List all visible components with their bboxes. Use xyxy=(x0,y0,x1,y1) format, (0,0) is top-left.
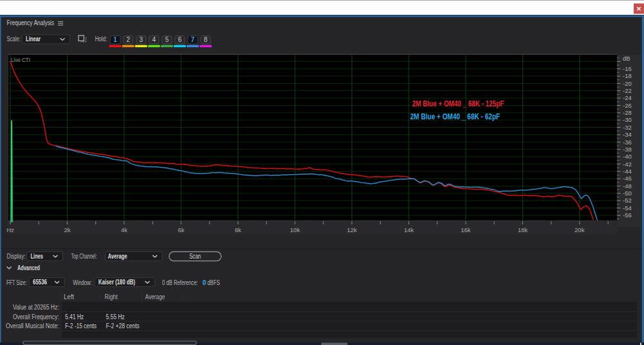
svg-text:Frequency Analysis: Frequency Analysis xyxy=(7,19,55,26)
svg-text:Average: Average xyxy=(146,293,166,301)
svg-text:F-2 +28 cents: F-2 +28 cents xyxy=(106,322,140,330)
svg-text:6: 6 xyxy=(178,36,182,43)
svg-text:Advanced: Advanced xyxy=(17,264,40,271)
svg-text:✕: ✕ xyxy=(636,5,641,12)
svg-text:-44: -44 xyxy=(623,168,632,175)
svg-text:Scan: Scan xyxy=(189,253,201,260)
svg-text:-40: -40 xyxy=(623,153,632,160)
svg-text:Average: Average xyxy=(108,253,128,260)
svg-text:2M Blue + OM40 _ 68K - 125pF: 2M Blue + OM40 _ 68K - 125pF xyxy=(412,99,504,108)
svg-text:-32: -32 xyxy=(623,124,632,131)
svg-text:-52: -52 xyxy=(623,197,632,204)
svg-text:dBFS: dBFS xyxy=(207,279,220,286)
svg-text:F-2 -15 cents: F-2 -15 cents xyxy=(65,322,97,330)
svg-text:Top Channel:: Top Channel: xyxy=(71,253,97,260)
svg-text:3: 3 xyxy=(139,36,143,43)
svg-text:Lines: Lines xyxy=(31,253,44,260)
svg-text:18k: 18k xyxy=(518,226,528,233)
svg-text:Left: Left xyxy=(64,293,74,301)
svg-text:Hz: Hz xyxy=(6,226,14,233)
svg-text:-46: -46 xyxy=(623,175,632,182)
svg-text:5.55 Hz: 5.55 Hz xyxy=(106,313,125,320)
svg-text:Scale:: Scale: xyxy=(7,35,21,43)
svg-text:Overall Frequency:: Overall Frequency: xyxy=(13,313,59,320)
svg-text:-18: -18 xyxy=(623,72,632,79)
svg-text:-28: -28 xyxy=(623,109,632,116)
svg-text:12k: 12k xyxy=(347,226,357,233)
svg-text:-54: -54 xyxy=(623,204,632,212)
svg-text:Overall Musical Note:: Overall Musical Note: xyxy=(6,322,59,330)
svg-text:-22: -22 xyxy=(623,87,632,94)
svg-text:6k: 6k xyxy=(178,226,184,233)
svg-text:-34: -34 xyxy=(623,131,632,138)
svg-text:1: 1 xyxy=(113,36,117,43)
svg-text:-36: -36 xyxy=(623,139,632,146)
svg-text:-48: -48 xyxy=(623,182,632,190)
svg-text:Kaiser (180 dB): Kaiser (180 dB) xyxy=(99,279,135,286)
svg-text:-24: -24 xyxy=(623,94,632,101)
svg-text:0: 0 xyxy=(203,279,207,286)
svg-text:Display:: Display: xyxy=(7,253,26,260)
svg-text:5.41 Hz: 5.41 Hz xyxy=(65,313,84,320)
svg-text:-16: -16 xyxy=(623,65,632,72)
svg-text:4: 4 xyxy=(152,36,156,43)
svg-text:10k: 10k xyxy=(290,226,300,233)
svg-text:20k: 20k xyxy=(574,226,585,233)
svg-text:-38: -38 xyxy=(623,146,632,153)
svg-text:Value at 20265 Hz:: Value at 20265 Hz: xyxy=(13,304,59,311)
svg-text:14k: 14k xyxy=(404,226,414,233)
svg-text:Live CTI: Live CTI xyxy=(11,57,30,63)
svg-text:-50: -50 xyxy=(623,190,632,197)
svg-text:-30: -30 xyxy=(623,116,632,123)
svg-text:Window:: Window: xyxy=(73,279,92,286)
svg-text:4k: 4k xyxy=(121,226,128,233)
svg-text:5: 5 xyxy=(165,36,169,43)
svg-text:7: 7 xyxy=(191,36,195,43)
svg-text:dB: dB xyxy=(623,55,630,62)
svg-text:65536: 65536 xyxy=(33,279,47,286)
svg-text:-20: -20 xyxy=(623,80,632,87)
svg-text:2: 2 xyxy=(126,36,130,43)
svg-text:8: 8 xyxy=(204,36,208,43)
svg-text:Linear: Linear xyxy=(26,35,41,43)
svg-text:2M Blue + OM40 _ 68K - 62pF: 2M Blue + OM40 _ 68K - 62pF xyxy=(410,112,500,121)
svg-text:FFT Size:: FFT Size: xyxy=(6,279,27,286)
svg-text:2k: 2k xyxy=(64,226,70,233)
svg-text:-42: -42 xyxy=(623,161,632,168)
svg-text:-26: -26 xyxy=(623,102,632,109)
svg-text:-56: -56 xyxy=(623,212,632,219)
svg-text:8k: 8k xyxy=(235,226,242,233)
svg-text:Right: Right xyxy=(105,293,118,301)
svg-text:Hold:: Hold: xyxy=(95,35,108,43)
svg-text:0 dB Reference:: 0 dB Reference: xyxy=(162,279,198,286)
svg-text:16k: 16k xyxy=(461,226,471,233)
